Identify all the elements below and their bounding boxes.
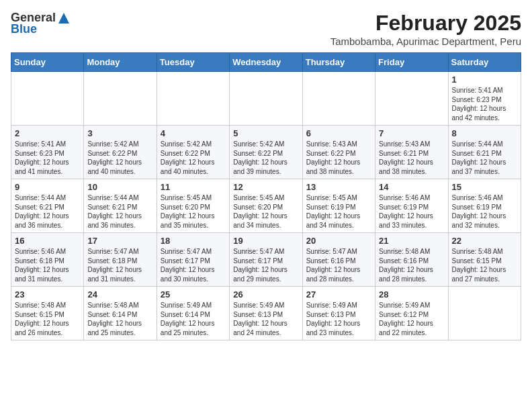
svg-marker-0 — [58, 13, 69, 24]
calendar-cell: 24Sunrise: 5:48 AM Sunset: 6:14 PM Dayli… — [84, 287, 157, 340]
location-subtitle: Tambobamba, Apurimac Department, Peru — [330, 36, 521, 47]
day-info: Sunrise: 5:49 AM Sunset: 6:13 PM Dayligh… — [233, 301, 298, 337]
day-info: Sunrise: 5:48 AM Sunset: 6:14 PM Dayligh… — [87, 301, 152, 337]
day-info: Sunrise: 5:48 AM Sunset: 6:15 PM Dayligh… — [15, 301, 80, 337]
day-number: 17 — [87, 236, 152, 246]
day-number: 12 — [233, 182, 298, 192]
calendar-week-row: 16Sunrise: 5:46 AM Sunset: 6:18 PM Dayli… — [11, 233, 521, 287]
calendar-cell: 18Sunrise: 5:47 AM Sunset: 6:17 PM Dayli… — [157, 233, 229, 287]
day-header-thursday: Thursday — [302, 53, 375, 72]
day-number: 13 — [306, 182, 371, 192]
day-number: 5 — [233, 128, 298, 138]
day-header-friday: Friday — [375, 53, 448, 72]
day-number: 1 — [452, 75, 517, 85]
day-number: 15 — [452, 182, 517, 192]
day-number: 4 — [161, 128, 226, 138]
day-header-tuesday: Tuesday — [157, 53, 229, 72]
day-number: 27 — [306, 289, 371, 300]
day-number: 16 — [15, 236, 80, 246]
day-header-wednesday: Wednesday — [230, 53, 302, 72]
day-info: Sunrise: 5:42 AM Sunset: 6:22 PM Dayligh… — [161, 140, 226, 176]
calendar-cell: 8Sunrise: 5:44 AM Sunset: 6:21 PM Daylig… — [448, 126, 521, 179]
day-info: Sunrise: 5:45 AM Sunset: 6:19 PM Dayligh… — [306, 193, 371, 230]
calendar-cell: 1Sunrise: 5:41 AM Sunset: 6:23 PM Daylig… — [448, 72, 521, 126]
calendar-cell: 20Sunrise: 5:47 AM Sunset: 6:16 PM Dayli… — [302, 233, 375, 287]
day-info: Sunrise: 5:47 AM Sunset: 6:16 PM Dayligh… — [306, 247, 371, 283]
calendar-cell: 21Sunrise: 5:48 AM Sunset: 6:16 PM Dayli… — [375, 233, 448, 287]
logo-icon — [57, 11, 71, 25]
day-info: Sunrise: 5:46 AM Sunset: 6:19 PM Dayligh… — [379, 193, 444, 230]
calendar-cell: 23Sunrise: 5:48 AM Sunset: 6:15 PM Dayli… — [11, 287, 84, 340]
calendar-cell — [11, 72, 84, 126]
day-info: Sunrise: 5:49 AM Sunset: 6:13 PM Dayligh… — [306, 301, 371, 337]
day-number: 28 — [379, 289, 444, 300]
day-number: 8 — [452, 128, 517, 138]
calendar-cell: 19Sunrise: 5:47 AM Sunset: 6:17 PM Dayli… — [230, 233, 302, 287]
day-number: 18 — [161, 236, 226, 246]
day-number: 3 — [87, 128, 152, 138]
calendar-cell: 16Sunrise: 5:46 AM Sunset: 6:18 PM Dayli… — [11, 233, 84, 287]
day-number: 10 — [87, 182, 152, 192]
day-info: Sunrise: 5:46 AM Sunset: 6:19 PM Dayligh… — [452, 193, 517, 230]
day-info: Sunrise: 5:42 AM Sunset: 6:22 PM Dayligh… — [87, 140, 152, 176]
day-info: Sunrise: 5:49 AM Sunset: 6:12 PM Dayligh… — [379, 301, 444, 337]
page-header: General Blue February 2025 Tambobamba, A… — [11, 11, 521, 47]
day-info: Sunrise: 5:42 AM Sunset: 6:22 PM Dayligh… — [233, 140, 298, 176]
day-info: Sunrise: 5:46 AM Sunset: 6:18 PM Dayligh… — [15, 247, 80, 283]
day-info: Sunrise: 5:49 AM Sunset: 6:14 PM Dayligh… — [161, 301, 226, 337]
day-number: 7 — [379, 128, 444, 138]
calendar-cell: 6Sunrise: 5:43 AM Sunset: 6:22 PM Daylig… — [302, 126, 375, 179]
day-header-saturday: Saturday — [448, 53, 521, 72]
calendar-cell: 10Sunrise: 5:44 AM Sunset: 6:21 PM Dayli… — [84, 179, 157, 233]
calendar-cell: 22Sunrise: 5:48 AM Sunset: 6:15 PM Dayli… — [448, 233, 521, 287]
day-number: 25 — [161, 289, 226, 300]
calendar-table: SundayMondayTuesdayWednesdayThursdayFrid… — [11, 52, 521, 340]
calendar-cell: 9Sunrise: 5:44 AM Sunset: 6:21 PM Daylig… — [11, 179, 84, 233]
calendar-cell — [375, 72, 448, 126]
logo: General Blue — [11, 11, 71, 36]
calendar-cell: 25Sunrise: 5:49 AM Sunset: 6:14 PM Dayli… — [157, 287, 229, 340]
calendar-cell: 11Sunrise: 5:45 AM Sunset: 6:20 PM Dayli… — [157, 179, 229, 233]
day-info: Sunrise: 5:47 AM Sunset: 6:17 PM Dayligh… — [161, 247, 226, 283]
day-number: 23 — [15, 289, 80, 300]
calendar-cell: 4Sunrise: 5:42 AM Sunset: 6:22 PM Daylig… — [157, 126, 229, 179]
logo-blue: Blue — [11, 22, 37, 36]
day-number: 21 — [379, 236, 444, 246]
calendar-cell: 27Sunrise: 5:49 AM Sunset: 6:13 PM Dayli… — [302, 287, 375, 340]
calendar-cell: 12Sunrise: 5:45 AM Sunset: 6:20 PM Dayli… — [230, 179, 302, 233]
calendar-cell: 7Sunrise: 5:43 AM Sunset: 6:21 PM Daylig… — [375, 126, 448, 179]
day-number: 22 — [452, 236, 517, 246]
day-number: 20 — [306, 236, 371, 246]
day-number: 24 — [87, 289, 152, 300]
calendar-cell — [84, 72, 157, 126]
day-info: Sunrise: 5:41 AM Sunset: 6:23 PM Dayligh… — [15, 140, 80, 176]
day-info: Sunrise: 5:45 AM Sunset: 6:20 PM Dayligh… — [233, 193, 298, 230]
calendar-cell — [448, 287, 521, 340]
calendar-week-row: 9Sunrise: 5:44 AM Sunset: 6:21 PM Daylig… — [11, 179, 521, 233]
day-info: Sunrise: 5:47 AM Sunset: 6:18 PM Dayligh… — [87, 247, 152, 283]
day-info: Sunrise: 5:48 AM Sunset: 6:15 PM Dayligh… — [452, 247, 517, 283]
day-info: Sunrise: 5:43 AM Sunset: 6:21 PM Dayligh… — [379, 140, 444, 176]
day-info: Sunrise: 5:44 AM Sunset: 6:21 PM Dayligh… — [15, 193, 80, 230]
calendar-cell: 2Sunrise: 5:41 AM Sunset: 6:23 PM Daylig… — [11, 126, 84, 179]
day-info: Sunrise: 5:45 AM Sunset: 6:20 PM Dayligh… — [161, 193, 226, 230]
calendar-week-row: 23Sunrise: 5:48 AM Sunset: 6:15 PM Dayli… — [11, 287, 521, 340]
calendar-week-row: 1Sunrise: 5:41 AM Sunset: 6:23 PM Daylig… — [11, 72, 521, 126]
calendar-cell: 26Sunrise: 5:49 AM Sunset: 6:13 PM Dayli… — [230, 287, 302, 340]
day-info: Sunrise: 5:44 AM Sunset: 6:21 PM Dayligh… — [452, 140, 517, 176]
day-header-monday: Monday — [84, 53, 157, 72]
day-info: Sunrise: 5:48 AM Sunset: 6:16 PM Dayligh… — [379, 247, 444, 283]
calendar-cell — [157, 72, 229, 126]
day-info: Sunrise: 5:43 AM Sunset: 6:22 PM Dayligh… — [306, 140, 371, 176]
calendar-header-row: SundayMondayTuesdayWednesdayThursdayFrid… — [11, 53, 521, 72]
calendar-cell: 28Sunrise: 5:49 AM Sunset: 6:12 PM Dayli… — [375, 287, 448, 340]
day-number: 9 — [15, 182, 80, 192]
calendar-cell: 3Sunrise: 5:42 AM Sunset: 6:22 PM Daylig… — [84, 126, 157, 179]
calendar-cell: 13Sunrise: 5:45 AM Sunset: 6:19 PM Dayli… — [302, 179, 375, 233]
day-number: 14 — [379, 182, 444, 192]
day-info: Sunrise: 5:44 AM Sunset: 6:21 PM Dayligh… — [87, 193, 152, 230]
day-info: Sunrise: 5:47 AM Sunset: 6:17 PM Dayligh… — [233, 247, 298, 283]
calendar-cell — [230, 72, 302, 126]
day-number: 2 — [15, 128, 80, 138]
title-area: February 2025 Tambobamba, Apurimac Depar… — [330, 11, 521, 47]
